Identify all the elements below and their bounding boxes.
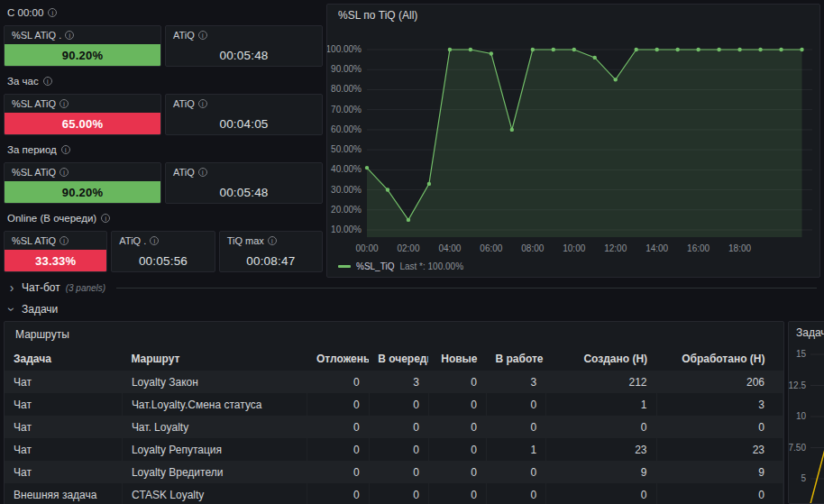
column-header[interactable]: Маршрут bbox=[122, 347, 307, 371]
data-point bbox=[407, 218, 410, 222]
y-tick-label: 7.50 bbox=[789, 443, 806, 453]
row-title[interactable]: За периодi bbox=[0, 141, 326, 159]
dashboard-row-chatbot[interactable]: › Чат-бот (3 panels) bbox=[0, 278, 824, 298]
cell-number: 0 bbox=[487, 461, 546, 483]
column-header[interactable]: В работе bbox=[487, 347, 546, 371]
sl-tiq-area-chart[interactable]: 100.00%90.00%80.00%70.00%60.00%50.00%40.… bbox=[327, 26, 819, 255]
panel-title: ATiQi bbox=[166, 95, 322, 113]
column-header[interactable]: Создано (Н) bbox=[546, 347, 656, 371]
x-tick-label: 10:00 bbox=[563, 243, 585, 253]
stat-value: 00:05:48 bbox=[166, 181, 322, 203]
info-icon[interactable]: i bbox=[198, 99, 207, 108]
y-tick-label: 10 bbox=[796, 411, 807, 421]
tasks-line-chart[interactable]: 1512.5107.505 bbox=[789, 344, 824, 504]
info-icon[interactable]: i bbox=[150, 236, 159, 245]
info-icon[interactable]: i bbox=[61, 145, 70, 154]
cell-number: 206 bbox=[656, 371, 783, 393]
table-row: ЧатLoyalty Репутация00012323 bbox=[5, 438, 783, 461]
legend-series-name[interactable]: %SL_TiQ bbox=[356, 261, 394, 271]
dashboard-row-tasks[interactable]: › Задачи bbox=[0, 299, 824, 319]
panel-title-text: %SL ATiQ bbox=[12, 235, 56, 246]
info-icon[interactable]: i bbox=[65, 31, 74, 40]
column-header[interactable]: Обработано (Н) bbox=[656, 347, 783, 371]
info-icon[interactable]: i bbox=[101, 214, 110, 223]
cell-number: 0 bbox=[428, 483, 486, 504]
legend-series-stat: Last *: 100.00% bbox=[399, 261, 463, 271]
column-header[interactable]: В очереди↓ bbox=[369, 347, 428, 371]
stat-group: За периодi%SL ATiQi90.20%ATiQi00:05:48 bbox=[0, 141, 326, 204]
table-header-row: ЗадачаМаршрутОтложеныВ очереди↓НовыеВ ра… bbox=[5, 347, 783, 371]
data-point bbox=[800, 48, 803, 51]
series-area bbox=[367, 50, 802, 237]
panel-title: Маршруты bbox=[5, 322, 783, 347]
stat-panel: %SL ATiQ .i90.20% bbox=[4, 25, 161, 67]
data-point bbox=[696, 48, 700, 51]
cell-number: 1 bbox=[487, 438, 546, 461]
cell-number: 0 bbox=[428, 416, 486, 438]
data-point bbox=[490, 51, 493, 55]
info-icon[interactable]: i bbox=[198, 168, 207, 177]
info-icon[interactable]: i bbox=[60, 236, 69, 245]
row-title[interactable]: Чат-бот bbox=[22, 281, 60, 294]
panel-title: %SL ATiQ .i bbox=[5, 26, 160, 44]
info-icon[interactable]: i bbox=[48, 8, 57, 17]
info-icon[interactable]: i bbox=[43, 77, 52, 86]
cell-number: 0 bbox=[369, 393, 428, 416]
cell-number: 0 bbox=[487, 416, 546, 438]
data-point bbox=[675, 48, 679, 51]
cell-number: 0 bbox=[369, 461, 428, 483]
cell-text: Чат bbox=[5, 371, 122, 393]
table-row: ЧатLoyalty Закон0303212206 bbox=[5, 371, 783, 393]
cell-text: Внешняя задача bbox=[5, 483, 122, 504]
column-header[interactable]: Задача bbox=[5, 347, 122, 371]
cell-number: 0 bbox=[656, 483, 783, 504]
row-title[interactable]: Online (В очереди)i bbox=[0, 209, 326, 227]
x-tick-label: 14:00 bbox=[645, 243, 668, 253]
info-icon[interactable]: i bbox=[60, 168, 69, 177]
cell-number: 23 bbox=[656, 438, 783, 461]
stat-panel: ATiQi00:05:48 bbox=[165, 162, 323, 204]
routes-table: ЗадачаМаршрутОтложеныВ очереди↓НовыеВ ра… bbox=[5, 347, 783, 504]
x-tick-label: 00:00 bbox=[355, 243, 378, 253]
cell-number: 3 bbox=[656, 393, 783, 416]
row-title[interactable]: Задачи bbox=[22, 303, 58, 316]
panel-title: Задачи (All bbox=[789, 322, 824, 344]
row-title[interactable]: С 00:00i bbox=[0, 4, 326, 22]
info-icon[interactable]: i bbox=[268, 236, 277, 245]
panel-title: TiQ maxi bbox=[220, 232, 322, 250]
cell-number: 0 bbox=[369, 438, 428, 461]
stat-panel-row: %SL ATiQ .i90.20%ATiQi00:05:48 bbox=[0, 25, 326, 67]
y-tick-label: 10.00% bbox=[331, 225, 362, 234]
stat-panel-row: %SL ATiQi65.00%ATiQi00:04:05 bbox=[0, 94, 326, 135]
cell-text: Чат bbox=[5, 438, 122, 461]
x-tick-label: 16:00 bbox=[687, 243, 710, 253]
data-point bbox=[427, 182, 431, 186]
panel-title: ATiQi bbox=[166, 163, 322, 181]
row-title-text: За период bbox=[7, 144, 57, 155]
stat-panel: %SL ATiQi90.20% bbox=[4, 162, 161, 204]
cell-number: 23 bbox=[546, 438, 656, 461]
y-tick-label: 100.00% bbox=[327, 44, 362, 54]
info-icon[interactable]: i bbox=[60, 99, 69, 108]
row-title[interactable]: За часi bbox=[0, 72, 326, 90]
cell-number: 0 bbox=[307, 416, 369, 438]
grafana-dashboard: С 00:00i%SL ATiQ .i90.20%ATiQi00:05:48За… bbox=[0, 0, 824, 504]
panel-title-text: ATiQ bbox=[173, 98, 195, 109]
x-tick-label: 02:00 bbox=[397, 243, 419, 253]
data-point bbox=[614, 78, 618, 81]
info-icon[interactable]: i bbox=[198, 31, 207, 40]
data-point bbox=[510, 128, 514, 132]
cell-number: 0 bbox=[428, 438, 486, 461]
stat-panel: ATiQi00:04:05 bbox=[165, 94, 323, 135]
panel-title: ATiQi bbox=[166, 26, 322, 44]
stat-value: 90.20% bbox=[5, 181, 160, 203]
row-panel-count: (3 panels) bbox=[66, 283, 105, 293]
data-point bbox=[552, 48, 555, 51]
cell-number: 9 bbox=[546, 461, 656, 483]
cell-number: 0 bbox=[656, 416, 783, 438]
stat-panel: %SL ATiQi65.00% bbox=[4, 94, 161, 135]
column-header[interactable]: Новые bbox=[428, 347, 486, 371]
column-header[interactable]: Отложены bbox=[307, 347, 369, 371]
series-color-swatch bbox=[338, 265, 351, 268]
y-tick-label: 50.00% bbox=[331, 144, 362, 154]
